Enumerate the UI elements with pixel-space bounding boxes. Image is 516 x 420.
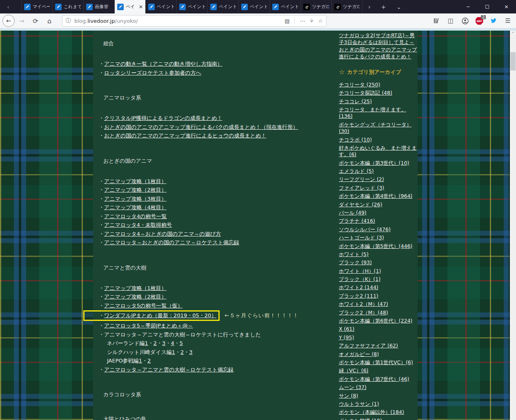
category-link[interactable]: チココレ (25) bbox=[339, 98, 417, 105]
article-link[interactable]: アニマップ攻略（2枚目） bbox=[104, 294, 167, 300]
category-link[interactable]: プラチナ (416) bbox=[339, 218, 417, 224]
category-link[interactable]: ポケモン本編（第1世代VC）(6) bbox=[339, 359, 417, 366]
browser-tab[interactable]: マイペー bbox=[21, 0, 52, 13]
reader-view-icon[interactable]: ▤ bbox=[285, 18, 289, 24]
close-button[interactable]: ✕ bbox=[497, 0, 516, 13]
category-link[interactable]: ブラック (93) bbox=[339, 259, 417, 266]
category-link[interactable]: サン (8) bbox=[339, 393, 417, 399]
minimize-button[interactable]: ─ bbox=[458, 0, 478, 13]
browser-tab[interactable]: eツナガロ bbox=[300, 0, 331, 13]
scrollbar-thumb[interactable] bbox=[510, 52, 516, 71]
category-link[interactable]: エメラルド (5) bbox=[339, 168, 417, 175]
article-link[interactable]: アニマロッタ～おとぎの国のアニマ～ロケテスト備忘録 bbox=[104, 239, 239, 245]
tabs-dropdown-icon[interactable]: ⌄ bbox=[396, 4, 401, 10]
browser-tab[interactable]: ペイ✕ bbox=[114, 0, 145, 13]
article-link[interactable]: ワンダフルJPまとめ（最新：2019・05・20） bbox=[104, 311, 216, 320]
category-link[interactable]: ハートゴールド (3) bbox=[339, 234, 417, 241]
category-link[interactable]: リーフグリーン (2) bbox=[339, 176, 417, 183]
tab-overflow-icon[interactable]: › bbox=[368, 4, 371, 10]
category-link[interactable]: ホワイト2（M）(47) bbox=[339, 301, 417, 307]
category-link[interactable]: ポケモン本編（第7世代）(46) bbox=[339, 376, 417, 382]
category-link[interactable]: ホワイト（H）(1) bbox=[339, 268, 417, 274]
tab-close-icon[interactable]: ✕ bbox=[138, 4, 143, 10]
reload-button[interactable]: ⟳ bbox=[29, 17, 42, 25]
category-link[interactable]: ブラック2 (111) bbox=[339, 293, 417, 299]
site-info-icon[interactable]: ⓘ bbox=[66, 17, 71, 24]
page-number-link[interactable]: 1 bbox=[145, 340, 148, 346]
article-link[interactable]: アニマップ攻略（1枚目） bbox=[104, 178, 167, 184]
article-link[interactable]: アニマップ攻略（3枚目） bbox=[104, 196, 167, 202]
category-link[interactable]: チコリータ、また増えます。(136) bbox=[339, 106, 417, 120]
browser-tab[interactable]: ペイント bbox=[176, 0, 207, 13]
category-link[interactable]: 緑（VC）(6) bbox=[339, 367, 417, 374]
category-link[interactable]: 好きポケぬいぐるみ、また増えます。(6) bbox=[339, 145, 417, 158]
browser-tab[interactable]: ペイント bbox=[145, 0, 176, 13]
category-link[interactable]: ポケモン本編（第6世代）(224) bbox=[339, 318, 417, 324]
article-link[interactable]: アニマップ攻略（1枚目） bbox=[104, 285, 167, 291]
recent-article-link[interactable]: おとぎの国のアニマのアニマップ進行によるバクの成長まとめ！ bbox=[339, 46, 417, 60]
scrollbar-up-icon[interactable]: ⌃ bbox=[510, 31, 516, 35]
article-link[interactable]: クリスタルJP獲得によるドラゴンの成長まとめ！ bbox=[104, 115, 222, 121]
article-link[interactable]: おとぎの国のアニマのアニマップ進行によるヒョウの成長まとめ！ bbox=[104, 133, 266, 139]
article-link[interactable]: アニマロッタ4・未取得称号 bbox=[104, 222, 172, 228]
page-number-link[interactable]: 2 bbox=[153, 340, 157, 346]
maximize-button[interactable]: ☐ bbox=[478, 0, 497, 13]
category-link[interactable]: ファイアレッド (3) bbox=[339, 185, 417, 191]
article-link[interactable]: アニマロッタ～アニマと雲の大樹～ロケテスト備忘録 bbox=[104, 367, 234, 373]
article-link[interactable]: おとぎの国のアニマのアニマップ進行によるバクの成長まとめ！（現在進行形） bbox=[104, 124, 298, 130]
category-link[interactable]: パール (49) bbox=[339, 210, 417, 216]
category-link[interactable]: チコラボ (10) bbox=[339, 137, 417, 143]
category-link[interactable]: ムーン (37) bbox=[339, 384, 417, 391]
account-icon[interactable] bbox=[461, 17, 469, 25]
category-link[interactable]: ソウルシルバー (476) bbox=[339, 226, 417, 233]
pocket-icon[interactable]: ⩒ bbox=[310, 18, 313, 24]
scrollbar[interactable]: ⌃ bbox=[510, 31, 516, 420]
category-link[interactable]: チコリータ (250) bbox=[339, 82, 417, 88]
article-link[interactable]: ロッタシリーズロケテスト参加者の方へ bbox=[104, 70, 201, 76]
category-link[interactable]: ホワイト (5) bbox=[339, 251, 417, 258]
page-number-link[interactable]: 5 bbox=[180, 340, 183, 346]
twitter-icon[interactable] bbox=[489, 17, 498, 25]
browser-tab[interactable]: eツナガロ bbox=[331, 0, 363, 13]
library-icon[interactable] bbox=[432, 17, 440, 25]
article-link[interactable]: アニマップ攻略（2枚目） bbox=[104, 187, 167, 193]
menu-icon[interactable]: ☰ bbox=[504, 17, 512, 25]
category-link[interactable]: ポケモン牧場 (18) bbox=[339, 418, 417, 420]
category-link[interactable]: アルファサファイア (62) bbox=[339, 343, 417, 349]
category-link[interactable]: オメガルビー (8) bbox=[339, 351, 417, 358]
category-link[interactable]: ウルトラサン (1) bbox=[339, 401, 417, 407]
bookmark-star-icon[interactable]: ☆ bbox=[318, 18, 323, 24]
home-button[interactable]: ⌂ bbox=[42, 17, 56, 25]
article-link[interactable]: アニマロッタ4～おとぎの国のアニマ～の遊び方 bbox=[104, 231, 221, 237]
adblock-plus-icon[interactable]: ABP 2 bbox=[475, 17, 483, 25]
category-link[interactable]: X (61) bbox=[339, 326, 417, 332]
category-link[interactable]: ポケモン本編（第3世代）(10) bbox=[339, 160, 417, 166]
page-number-link[interactable]: 4 bbox=[171, 340, 174, 346]
article-link[interactable]: アニマロッタ4の称号一覧 bbox=[104, 213, 167, 219]
category-link[interactable]: ポケモン本編（第4世代）(964) bbox=[339, 193, 417, 199]
browser-tab[interactable]: 画像管 bbox=[83, 0, 114, 13]
article-link[interactable]: アニマロッタ5の称号一覧（仮） bbox=[104, 303, 182, 309]
url-bar[interactable]: ⓘ blog.livedoor.jp/unyoko/ ▤ ⋯ ⩒ ☆ bbox=[62, 15, 327, 27]
browser-tab[interactable]: ペイント bbox=[269, 0, 300, 13]
tab-scroll-left-icon[interactable]: ‹ bbox=[0, 0, 16, 13]
article-link[interactable]: アニマロッタ5～季節JPまとめ＋@～ bbox=[104, 323, 193, 329]
category-link[interactable]: ダイヤモンド (26) bbox=[339, 201, 417, 208]
category-link[interactable]: ポケモングッズ（チコリータ）(30) bbox=[339, 122, 417, 135]
category-link[interactable]: ポケモン本編（第5世代）(446) bbox=[339, 243, 417, 250]
page-number-link[interactable]: 2 bbox=[147, 358, 151, 364]
category-link[interactable]: ブラック（K）(1) bbox=[339, 276, 417, 283]
page-number-link[interactable]: 3 bbox=[189, 349, 192, 355]
article-link[interactable]: アニマップ攻略（4枚目） bbox=[104, 204, 167, 210]
category-link[interactable]: チコリータ探訪記 (48) bbox=[339, 90, 417, 96]
page-number-link[interactable]: 1 bbox=[172, 349, 175, 355]
category-link[interactable]: ホワイト2 (144) bbox=[339, 284, 417, 291]
browser-tab[interactable]: ペイント bbox=[238, 0, 269, 13]
recent-article-link[interactable]: ツナガロッタ2(サブホRT店)～男子3日会わざるは刮目して見よ～ bbox=[339, 32, 417, 46]
browser-tab[interactable]: これまで bbox=[52, 0, 83, 13]
page-actions-icon[interactable]: ⋯ bbox=[300, 18, 305, 24]
category-link[interactable]: Y (95) bbox=[339, 334, 417, 341]
page-number-link[interactable]: 1 bbox=[139, 358, 142, 364]
back-button[interactable]: ← bbox=[2, 15, 15, 27]
sidebars-icon[interactable]: ◫ bbox=[447, 17, 455, 25]
